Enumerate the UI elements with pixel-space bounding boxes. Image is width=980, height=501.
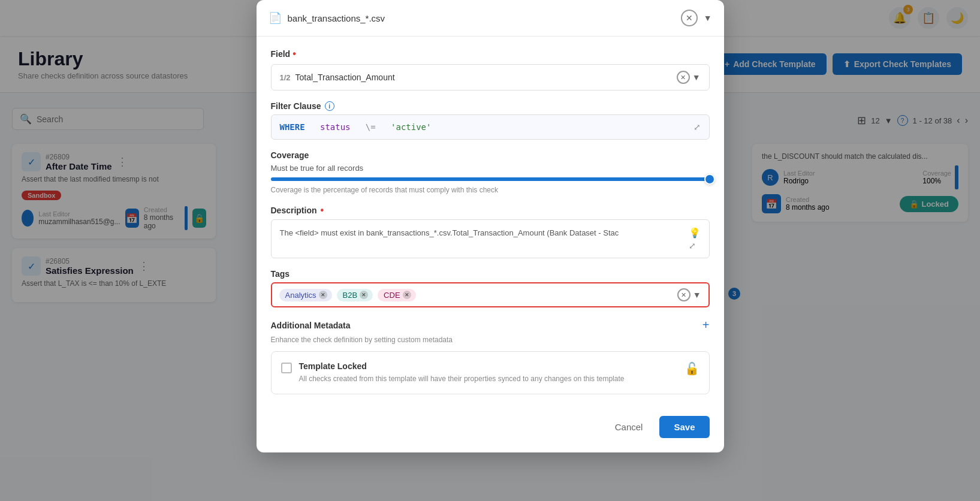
tags-dropdown-chevron[interactable]: ▼	[693, 290, 701, 300]
slider-fill	[271, 177, 710, 181]
modal-body: Field • 1/2 Total_Transaction_Amount ✕ ▼…	[257, 37, 724, 406]
tag-cde: CDE ✕	[378, 289, 415, 301]
modal-dropdown-chevron[interactable]: ▼	[704, 13, 712, 23]
additional-meta-subtitle: Enhance the check definition by setting …	[271, 336, 710, 344]
desc-required: •	[321, 205, 324, 216]
file-icon: 📄	[269, 11, 282, 25]
filter-clause-section: Filter Clause i	[271, 101, 710, 111]
field-clear-button[interactable]: ✕	[677, 71, 690, 84]
tags-section: Tags Analytics ✕ B2B ✕ CDE ✕ ✕ ▼	[271, 269, 710, 307]
tags-box[interactable]: Analytics ✕ B2B ✕ CDE ✕ ✕ ▼	[271, 282, 710, 307]
filter-clause-box[interactable]: WHERE status \= 'active' ⤢	[271, 114, 710, 140]
filter-expand-icon[interactable]: ⤢	[693, 122, 701, 132]
tag-cde-remove[interactable]: ✕	[403, 291, 411, 299]
tag-analytics: Analytics ✕	[279, 289, 332, 301]
filter-where-kw: WHERE	[280, 122, 305, 132]
filter-field-kw: status	[320, 122, 351, 132]
save-button[interactable]: Save	[659, 416, 709, 438]
tag-cde-label: CDE	[384, 291, 400, 300]
coverage-slider[interactable]	[271, 177, 710, 181]
tag-analytics-label: Analytics	[285, 291, 316, 300]
template-lock-icon[interactable]: 🔓	[685, 361, 699, 376]
modal-footer: Cancel Save	[257, 406, 724, 438]
field-type-icon: 1/2	[280, 73, 291, 82]
description-box[interactable]: The <field> must exist in bank_transacti…	[271, 219, 710, 258]
field-value: Total_Transaction_Amount	[295, 73, 672, 82]
cancel-button[interactable]: Cancel	[605, 417, 653, 437]
tags-clear-button[interactable]: ✕	[677, 288, 690, 301]
template-locked-checkbox[interactable]	[281, 363, 292, 373]
tag-b2b: B2B ✕	[337, 289, 373, 301]
modal-filename: bank_transactions_*.csv	[288, 13, 675, 23]
template-locked-box: Template Locked All checks created from …	[271, 351, 710, 394]
template-locked-title: Template Locked	[299, 361, 677, 371]
tag-b2b-label: B2B	[343, 291, 358, 300]
filter-info-icon[interactable]: i	[325, 101, 334, 111]
modal-header: 📄 bank_transactions_*.csv ✕ ▼	[257, 0, 724, 37]
add-meta-button[interactable]: +	[702, 318, 710, 332]
required-indicator: •	[293, 49, 296, 59]
field-dropdown-chevron[interactable]: ▼	[692, 73, 701, 82]
filter-val-kw: 'active'	[391, 122, 431, 132]
coverage-sublabel: Must be true for all records	[271, 164, 710, 173]
template-locked-desc: All checks created from this template wi…	[299, 373, 677, 384]
filter-op-kw: \=	[366, 122, 376, 132]
desc-expand-icon[interactable]: ⤢	[689, 241, 701, 251]
field-input-row[interactable]: 1/2 Total_Transaction_Amount ✕ ▼	[271, 64, 710, 90]
tag-b2b-remove[interactable]: ✕	[360, 291, 368, 299]
field-label: Field •	[271, 49, 710, 59]
additional-meta-title: Additional Metadata	[271, 321, 351, 330]
slider-thumb	[704, 174, 715, 185]
tags-label: Tags	[271, 269, 710, 279]
tag-analytics-remove[interactable]: ✕	[319, 291, 327, 299]
coverage-section: Coverage Must be true for all records Co…	[271, 150, 710, 194]
bulb-icon[interactable]: 💡	[689, 227, 701, 239]
filter-text: WHERE status \= 'active'	[280, 122, 432, 132]
coverage-note: Coverage is the percentage of records th…	[271, 186, 710, 194]
description-section-title: Description •	[271, 205, 710, 216]
additional-meta-section: Additional Metadata + Enhance the check …	[271, 318, 710, 394]
modal: 📄 bank_transactions_*.csv ✕ ▼ Field • 1/…	[257, 0, 724, 452]
modal-close-button[interactable]: ✕	[681, 10, 698, 26]
description-text: The <field> must exist in bank_transacti…	[280, 227, 689, 239]
